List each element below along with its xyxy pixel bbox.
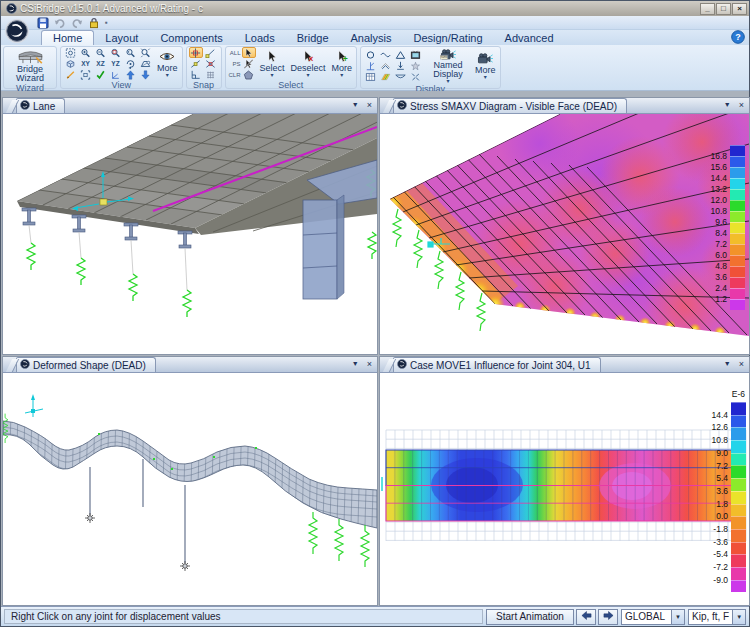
show-labels-off-icon[interactable] [408, 71, 422, 82]
snap-points-icon[interactable] [189, 47, 203, 58]
show-frames-icon[interactable] [378, 49, 392, 60]
chevron-down-icon[interactable]: ▼ [732, 610, 745, 624]
snap-intersections-icon[interactable] [204, 58, 218, 69]
save-icon[interactable] [37, 17, 50, 29]
show-loads-icon[interactable] [393, 60, 407, 71]
application-menu-button[interactable] [4, 18, 30, 44]
tab-bridge[interactable]: Bridge [286, 31, 340, 45]
show-tables-icon[interactable] [363, 71, 377, 82]
tab-components[interactable]: Components [149, 31, 233, 45]
viewport-menu-icon[interactable]: ▼ [724, 359, 731, 369]
zoom-in-icon[interactable] [78, 47, 92, 58]
snap-ends-icon[interactable] [204, 47, 218, 58]
application-window: CSiBridge v15.0.1 Advanced w/Rating - c … [0, 0, 750, 627]
zoom-previous-icon[interactable] [123, 47, 137, 58]
chevron-down-icon: ▾ [484, 75, 487, 80]
view-xy-button[interactable]: XY [78, 58, 93, 69]
tab-home[interactable]: Home [41, 30, 94, 45]
viewport-stress-titlebar: Stress SMAXV Diagram - Visible Face (DEA… [380, 98, 749, 114]
viewport-menu-icon[interactable]: ▼ [352, 359, 359, 369]
select-all-toggle[interactable]: ALL [228, 47, 256, 58]
units-select[interactable]: Kip, ft, F ▼ [688, 609, 746, 625]
legend-value: 5.4 [700, 473, 728, 483]
show-axes-icon[interactable] [363, 60, 377, 71]
viewport-close-icon[interactable]: × [739, 359, 744, 369]
tab-loads[interactable]: Loads [234, 31, 286, 45]
zoom-window-icon[interactable] [108, 47, 122, 58]
stress-diagram-canvas[interactable]: 16.815.614.413.212.010.89.68.47.26.04.83… [380, 114, 749, 354]
rotate-view-icon[interactable] [123, 58, 137, 69]
show-undeformed-icon[interactable] [393, 49, 407, 60]
draw-grid-line-icon[interactable] [63, 69, 77, 80]
tab-analysis[interactable]: Analysis [340, 31, 403, 45]
viewport-lane-tab[interactable]: Lane [16, 98, 65, 113]
lock-icon[interactable] [88, 17, 101, 29]
viewport-close-icon[interactable]: × [739, 100, 744, 110]
viewport-lane-titlebar: Lane ▼ × [3, 98, 377, 114]
check-refresh-icon[interactable] [93, 69, 107, 80]
toolbar-overflow-icon[interactable]: ▪ [105, 18, 108, 27]
close-button[interactable]: × [732, 3, 747, 15]
show-misc-icon[interactable] [408, 60, 422, 71]
deselect-button[interactable]: × Deselect ▾ [289, 50, 328, 78]
start-animation-button[interactable]: Start Animation [486, 609, 574, 625]
influence-surface-canvas[interactable]: E-614.412.610.89.07.25.43.61.80.0-1.8-3.… [380, 373, 749, 605]
show-animation-icon[interactable] [408, 49, 422, 60]
legend-value: -1.8 [700, 524, 728, 534]
zoom-extents-icon[interactable] [138, 47, 152, 58]
viewport-influence-titlebar: Case MOVE1 Influence for Joint 304, U1 ▼… [380, 357, 749, 373]
select-previous-toggle[interactable]: PS [228, 58, 256, 69]
viewport-menu-icon[interactable]: ▼ [352, 100, 359, 110]
select-more-button[interactable]: + More ▾ [330, 50, 355, 78]
undo-icon[interactable] [54, 17, 67, 29]
title-bar: CSiBridge v15.0.1 Advanced w/Rating - c … [1, 1, 749, 16]
tab-advanced[interactable]: Advanced [494, 31, 565, 45]
chevron-down-icon[interactable]: ▼ [671, 610, 684, 624]
snap-midpoints-icon[interactable] [189, 58, 203, 69]
show-contours-icon[interactable] [378, 71, 392, 82]
select-button[interactable]: Select ▾ [258, 50, 287, 78]
show-sections-icon[interactable] [378, 60, 392, 71]
show-limits-icon[interactable] [78, 69, 92, 80]
maximize-button[interactable]: □ [716, 3, 731, 15]
named-display-button[interactable]: name Named Display ▾ [425, 47, 471, 84]
ribbon-tab-bar: Home Layout Components Loads Bridge Anal… [1, 30, 749, 45]
bridge-wizard-button[interactable]: Bridge Wizard [6, 47, 54, 83]
viewport-deformed-tab[interactable]: Deformed Shape (DEAD) [16, 357, 156, 372]
snap-perpendicular-icon[interactable] [189, 69, 203, 80]
show-joints-icon[interactable] [363, 49, 377, 60]
view-xz-button[interactable]: XZ [93, 58, 108, 69]
zoom-out-icon[interactable] [93, 47, 107, 58]
view-3d-icon[interactable] [63, 58, 77, 69]
view-yz-button[interactable]: YZ [108, 58, 123, 69]
viewport-influence-tab[interactable]: Case MOVE1 Influence for Joint 304, U1 [393, 357, 601, 372]
move-down-gridline-icon[interactable] [138, 69, 152, 80]
viewport-close-icon[interactable]: × [367, 100, 372, 110]
ribbon-group-select: ALL PS CLR Select ▾ [225, 46, 358, 89]
legend-value: 1.8 [700, 499, 728, 509]
coordinate-system-select[interactable]: GLOBAL ▼ [621, 609, 685, 625]
perspective-view-icon[interactable] [138, 58, 152, 69]
tab-layout[interactable]: Layout [94, 31, 149, 45]
legend-value: 9.6 [699, 217, 727, 227]
deformed-shape-canvas[interactable] [3, 373, 377, 605]
clear-selection-toggle[interactable]: CLR [228, 69, 256, 80]
viewport-close-icon[interactable]: × [367, 359, 372, 369]
snap-fine-grid-icon[interactable] [204, 69, 218, 80]
redo-icon[interactable] [71, 17, 84, 29]
next-step-button[interactable] [598, 609, 618, 625]
prev-step-button[interactable] [576, 609, 596, 625]
viewport-stress-tab[interactable]: Stress SMAXV Diagram - Visible Face (DEA… [393, 98, 627, 113]
show-axes-xyz-icon[interactable] [108, 69, 122, 80]
help-icon[interactable]: ? [731, 30, 745, 44]
move-up-gridline-icon[interactable] [123, 69, 137, 80]
lane-3d-canvas[interactable] [3, 114, 377, 354]
show-deformed-icon[interactable] [393, 71, 407, 82]
legend-value: 16.8 [699, 151, 727, 161]
display-more-button[interactable]: More ▾ [473, 52, 498, 80]
tab-design-rating[interactable]: Design/Rating [403, 31, 494, 45]
viewport-menu-icon[interactable]: ▼ [724, 100, 731, 110]
view-more-button[interactable]: More ▾ [155, 50, 180, 78]
minimize-button[interactable]: _ [700, 3, 715, 15]
zoom-rubber-band-icon[interactable] [63, 47, 77, 58]
